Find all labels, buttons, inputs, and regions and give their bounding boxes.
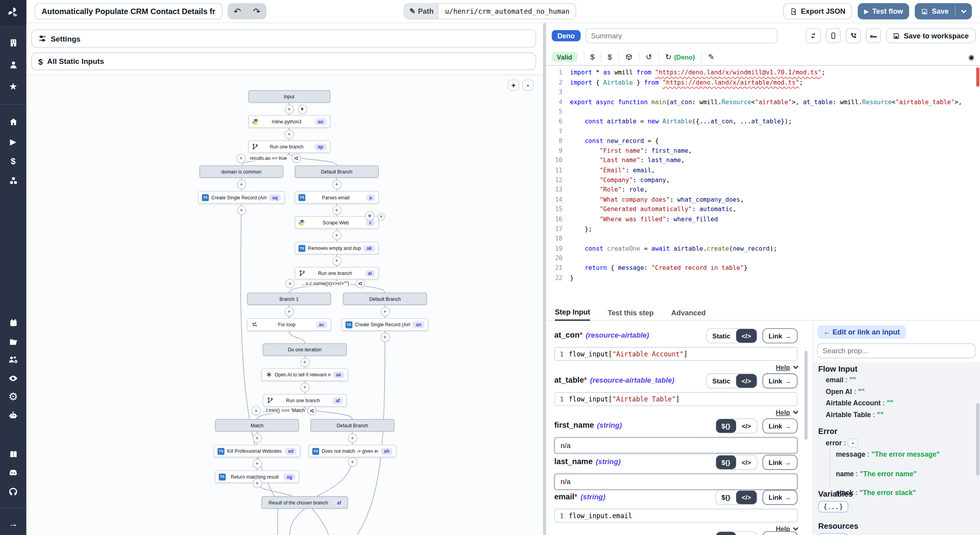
variables-object-chip[interactable]: {...} [818,501,848,513]
flow-title-input[interactable] [34,3,223,20]
pane-divider[interactable] [543,23,546,535]
toggle-segment-static[interactable]: Static [707,374,736,388]
add-branch-icon[interactable] [292,154,301,163]
flow-node-input[interactable]: Input [248,90,330,103]
sidebar-item-building[interactable] [0,33,26,52]
insert-step-button[interactable]: + [380,333,390,342]
tab-step-input[interactable]: Step Input [555,308,590,321]
flow-node-inline-python3[interactable]: Inline python3ao [248,115,330,128]
flow-node-do-one-iteration[interactable]: Do one iteration [263,343,347,356]
insert-step-button[interactable]: + [284,307,294,316]
flow-node-run-one-branch[interactable]: Run one branchal [295,267,379,279]
flow-node-create-single-record-airtable[interactable]: TSCreate Single Record (Airtable)aq [198,191,285,204]
insert-step-button[interactable]: + [332,256,341,265]
toggle-segment-code[interactable]: </> [736,532,757,535]
webhook-call-button[interactable] [846,28,861,43]
flow-node-does-not-match-gives-empty-value[interactable]: TSDoes not match -> gives empty valueah [309,445,396,457]
add-branch-icon[interactable] [307,406,317,415]
sidebar-item-user-group[interactable] [0,350,26,369]
field-code-at_table[interactable]: 1flow_input["Airtable Table"] [554,392,798,406]
flow-node-run-one-branch[interactable]: Run one branchap [248,140,330,153]
tab-advanced[interactable]: Advanced [671,309,706,320]
prop-item-airtable-table[interactable]: Airtable Table:"" [826,410,884,418]
windmill-logo-icon[interactable] [0,0,26,25]
prop-item-message[interactable]: message:"The error message" [836,450,940,458]
flow-node-parses-email[interactable]: TSParses emaila [295,191,379,204]
sidebar-item-gear[interactable]: ⚙ [0,387,26,406]
toggle-segment-template[interactable]: ${} [716,532,736,535]
prop-item-name[interactable]: name:"The error name" [836,470,940,477]
help-link[interactable]: Help [776,363,798,371]
save-to-workspace-button[interactable]: Save to workspace [886,28,976,43]
reload-language-button[interactable]: ↻ (Deno) [665,52,695,61]
field-code-at_con[interactable]: 1flow_input["Airtable Account"] [554,347,798,361]
toggle-segment-template[interactable]: ${} [716,419,736,433]
flow-node-default-branch[interactable]: Default Branch [310,419,394,432]
sidebar-item-star[interactable]: ★ [0,77,26,96]
field-input-first_name[interactable] [554,437,798,454]
test-flow-button[interactable]: ▶ Test flow [858,3,909,20]
insert-step-button[interactable]: + [284,104,294,114]
language-badge[interactable]: Deno [552,30,581,42]
sidebar-item-robot[interactable] [0,406,26,425]
zoom-out-button[interactable]: - [522,80,534,91]
flow-node-removes-empty-and-duplicates[interactable]: TSRemoves empty and duplicatesak [295,242,379,254]
toggle-segment-template[interactable]: ${} [716,490,736,504]
toggle-segment-code[interactable]: </> [736,419,757,433]
prop-item-email[interactable]: email:"" [826,376,856,383]
summary-input[interactable] [585,28,777,43]
insert-step-button[interactable]: + [237,205,246,215]
dollar-action-icon[interactable]: $ [590,52,595,61]
prop-item-airtable-account[interactable]: Airtable Account:"" [826,399,893,407]
insert-step-button[interactable]: + [252,459,262,468]
step-pane-scrollbar[interactable] [804,351,808,440]
package-icon[interactable] [625,53,633,61]
save-dropdown-button[interactable] [956,3,972,20]
insert-step-button[interactable]: + [348,457,357,466]
undo-icon[interactable]: ↺ [646,52,652,61]
flow-node-create-single-record-airtable[interactable]: TSCreate Single Record (Airtable)an [342,318,428,331]
flow-node-run-one-branch[interactable]: Run one branchaf [263,394,347,407]
flow-node-kill-professional-websites-mentions[interactable]: TSKill Professional Websites mentionsad [214,445,300,457]
path-chip[interactable]: ✎Path u/henri/crm_automated_no_human [404,3,576,20]
help-link[interactable]: Help [776,408,798,416]
undo-button[interactable]: ↶ [228,3,247,20]
insert-step-button[interactable]: + [252,478,262,488]
insert-step-button[interactable]: + [300,358,309,367]
search-prop-input[interactable] [817,343,976,358]
toggle-segment-template[interactable]: ${} [716,455,736,469]
remove-branch-icon[interactable]: × [236,154,246,163]
prop-panel-scrollbar[interactable] [976,403,979,475]
toggle-segment-code[interactable]: </> [736,490,757,504]
remove-branch-icon[interactable]: × [285,279,295,288]
settings-row[interactable]: Settings [31,29,536,47]
insert-step-button[interactable]: + [380,307,390,316]
insert-step-button[interactable]: + [332,230,341,240]
collapse-button[interactable]: - [848,439,858,447]
remove-node-icon[interactable]: × [377,213,385,221]
flow-node-open-ai-to-tell-if-relevant-result[interactable]: Open AI to tell if relevant resultae [261,369,348,381]
prop-item-error-root[interactable]: error:- [826,439,858,447]
flow-node-default-branch[interactable]: Default Branch [343,293,427,305]
code-editor[interactable]: 1import * as wmill from "https://deno.la… [546,66,980,305]
tab-test-this-step[interactable]: Test this step [608,309,653,320]
trigger-bolt-icon[interactable] [298,104,307,114]
flow-node-default-branch[interactable]: Default Branch [295,165,379,178]
resources-object-chip[interactable]: {...} [818,533,848,535]
sidebar-item-discord[interactable] [0,464,26,483]
sidebar-item-cubes[interactable] [0,171,26,190]
sidebar-item-arrow-right[interactable]: → [0,514,26,533]
field-code-email[interactable]: 1flow_input.email [554,509,798,522]
link-button[interactable]: Link→ [762,328,798,343]
toggle-segment-code[interactable]: </> [736,455,757,469]
sidebar-item-dollar[interactable]: $ [0,151,26,170]
dollar-action2-icon[interactable]: $ [608,52,612,61]
toggle-segment-code[interactable]: </> [736,374,757,388]
remove-branch-icon[interactable]: × [251,406,261,415]
flow-node-branch-1[interactable]: Branch 1 [247,293,331,305]
add-branch-icon[interactable] [356,279,365,288]
insert-step-button[interactable]: + [348,433,357,443]
flow-node-result-of-the-chosen-branch[interactable]: Result of the chosen branchaf [261,496,348,509]
toggle-segment-static[interactable]: Static [707,329,736,343]
sidebar-item-play[interactable]: ▶ [0,132,26,150]
